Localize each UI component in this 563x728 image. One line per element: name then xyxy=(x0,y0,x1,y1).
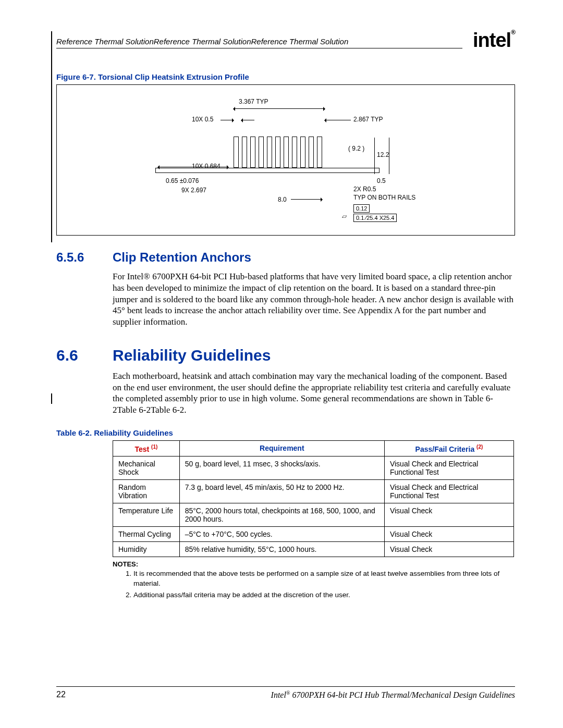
fin xyxy=(267,137,272,168)
dim-arrow xyxy=(221,120,234,120)
section-number: 6.6 xyxy=(56,347,113,364)
dim-line xyxy=(374,138,375,174)
notes-heading: NOTES: xyxy=(113,560,515,568)
dim-arrow xyxy=(234,108,325,109)
section-title: Reliability Guidelines xyxy=(113,347,271,364)
dim-label: ( 9.2 ) xyxy=(348,145,364,152)
baseplate xyxy=(155,168,380,173)
change-bar xyxy=(51,31,52,242)
dim-arrow xyxy=(325,120,351,120)
fin xyxy=(300,137,305,168)
fin xyxy=(234,137,239,168)
dim-label: 9X 2.697 xyxy=(181,187,206,194)
dim-label: 8.0 xyxy=(278,196,287,203)
th-requirement: Requirement xyxy=(179,440,384,456)
section-title: Clip Retention Anchors xyxy=(113,250,251,265)
dim-label: 2X R0.5 xyxy=(353,186,376,193)
footer-title: Intel® 6700PXH 64-bit PCI Hub Thermal/Me… xyxy=(271,690,515,700)
fin xyxy=(259,137,264,168)
notes-list: It is recommended that the above tests b… xyxy=(124,569,515,600)
dim-label: 0.5 xyxy=(377,177,386,184)
intel-logo: intel® xyxy=(473,29,515,52)
change-bar xyxy=(51,393,52,404)
reliability-table: Test (1) Requirement Pass/Fail Criteria … xyxy=(113,440,514,558)
table-row: Mechanical Shock 50 g, board level, 11 m… xyxy=(113,456,514,480)
th-passfail: Pass/Fail Criteria (2) xyxy=(384,440,513,456)
figure-frame: 3.367 TYP 10X 0.5 2.867 TYP ( 9.2 ) 12.2… xyxy=(56,84,515,236)
dim-label: TYP ON BOTH RAILS xyxy=(353,194,415,201)
fin xyxy=(317,137,322,168)
dim-label: 2.867 TYP xyxy=(353,116,383,123)
figure-caption: Figure 6-7. Torsional Clip Heatsink Extr… xyxy=(56,72,515,81)
running-head: Reference Thermal SolutionReference Ther… xyxy=(56,37,462,48)
heading-6-5-6: 6.5.6 Clip Retention Anchors xyxy=(56,250,515,265)
fin xyxy=(292,137,297,168)
dim-arrow xyxy=(241,120,254,120)
fin xyxy=(275,137,280,168)
note-item: It is recommended that the above tests b… xyxy=(133,569,515,588)
page-footer: 22 Intel® 6700PXH 64-bit PCI Hub Thermal… xyxy=(56,686,515,700)
dim-label: 0.65 ±0.076 xyxy=(166,177,199,184)
fin xyxy=(250,137,255,168)
th-test: Test (1) xyxy=(113,440,180,456)
flatness-icon: ▱ xyxy=(342,213,347,220)
page-header: Reference Thermal SolutionReference Ther… xyxy=(56,31,515,54)
dim-label: 3.367 TYP xyxy=(239,98,268,105)
table-row: Random Vibration 7.3 g, board level, 45 … xyxy=(113,480,514,503)
heatsink-profile-drawing: 3.367 TYP 10X 0.5 2.867 TYP ( 9.2 ) 12.2… xyxy=(145,95,426,225)
heading-6-6: 6.6 Reliability Guidelines xyxy=(56,347,515,364)
dim-arrow xyxy=(158,167,228,167)
section-number: 6.5.6 xyxy=(56,250,113,265)
dim-label: 12.2 xyxy=(377,151,389,158)
dim-line xyxy=(389,138,389,174)
fin xyxy=(242,137,247,168)
table-row: Thermal Cycling –5°C to +70°C, 500 cycle… xyxy=(113,527,514,542)
fin xyxy=(284,137,289,168)
note-item: Additional pass/fail criteria may be add… xyxy=(133,590,515,600)
table-caption: Table 6-2. Reliability Guidelines xyxy=(56,428,515,437)
table-row: Humidity 85% relative humidity, 55°C, 10… xyxy=(113,542,514,557)
body-paragraph: Each motherboard, heatsink and attach co… xyxy=(113,371,515,416)
dim-arrow xyxy=(291,199,322,200)
dim-label: 10X 0.5 xyxy=(192,116,213,123)
gd-callout: 0.1 ∕25.4 X25.4 xyxy=(353,214,397,222)
fin xyxy=(309,137,314,168)
table-row: Temperature Life 85°C, 2000 hours total,… xyxy=(113,503,514,527)
body-paragraph: For Intel® 6700PXH 64-bit PCI Hub-based … xyxy=(113,271,515,328)
gd-callout: 0.12 xyxy=(353,204,370,213)
page-number: 22 xyxy=(56,690,66,700)
dim-label: 10X 0.684 xyxy=(192,163,221,170)
